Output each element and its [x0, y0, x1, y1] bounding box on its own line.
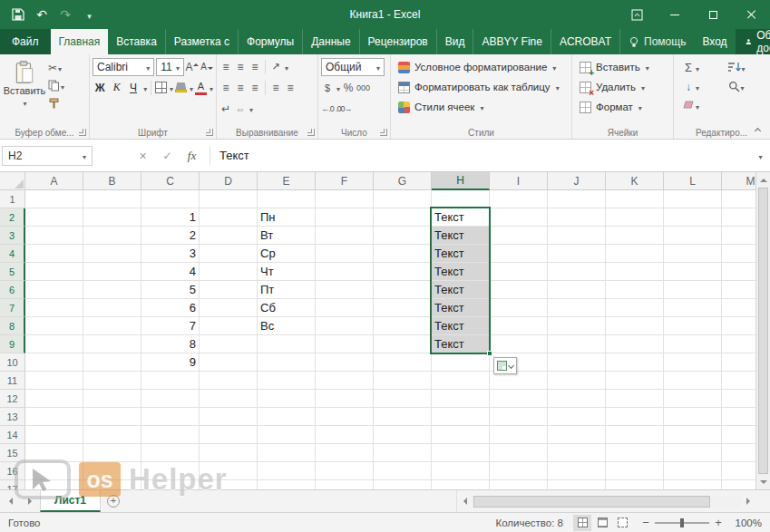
cell-A13[interactable] — [25, 408, 83, 426]
cell-A8[interactable] — [25, 317, 83, 335]
cell-E4[interactable]: Ср — [258, 245, 316, 263]
row-header-2[interactable]: 2 — [0, 208, 25, 227]
cell-I4[interactable] — [490, 245, 548, 263]
cell-E11[interactable] — [258, 372, 316, 390]
cell-H5[interactable]: Текст — [432, 263, 490, 281]
scroll-left-button[interactable] — [457, 490, 472, 512]
font-dialog-launcher[interactable] — [206, 129, 213, 136]
cell-H7[interactable]: Текст — [432, 299, 490, 317]
cell-E6[interactable]: Пт — [258, 281, 316, 299]
cell-J7[interactable] — [548, 299, 606, 317]
cell-F10[interactable] — [316, 353, 374, 372]
cell-E16[interactable] — [258, 462, 316, 480]
cell-F1[interactable] — [316, 190, 374, 208]
row-header-9[interactable]: 9 — [0, 335, 25, 353]
cell-C16[interactable] — [141, 462, 200, 480]
cell-I9[interactable] — [490, 335, 548, 353]
italic-button[interactable]: К — [109, 79, 123, 96]
cell-D1[interactable] — [200, 190, 258, 208]
cell-L5[interactable] — [664, 263, 722, 281]
cell-E3[interactable]: Вт — [258, 227, 316, 245]
maximize-button[interactable] — [694, 0, 732, 29]
number-dialog-launcher[interactable] — [380, 129, 387, 136]
cell-D12[interactable] — [200, 390, 258, 408]
row-header-11[interactable]: 11 — [0, 372, 25, 390]
cell-B13[interactable] — [83, 408, 141, 426]
cell-F17[interactable] — [316, 480, 374, 489]
paste-button[interactable]: Вставить — [3, 57, 46, 121]
cell-I12[interactable] — [490, 390, 548, 408]
cell-C7[interactable]: 6 — [141, 299, 200, 317]
cell-A1[interactable] — [25, 190, 83, 208]
cell-C6[interactable]: 5 — [141, 281, 200, 299]
increase-indent-button[interactable] — [284, 82, 297, 94]
align-left-button[interactable] — [219, 82, 232, 94]
cell-F12[interactable] — [316, 390, 374, 408]
cell-B12[interactable] — [83, 390, 141, 408]
cell-G7[interactable] — [374, 299, 432, 317]
align-top-button[interactable] — [219, 61, 232, 73]
row-header-5[interactable]: 5 — [0, 263, 25, 281]
cell-K7[interactable] — [606, 299, 664, 317]
cell-D7[interactable] — [200, 299, 258, 317]
cell-H12[interactable] — [432, 390, 490, 408]
cell-H3[interactable]: Текст — [432, 227, 490, 245]
cell-D8[interactable] — [200, 317, 258, 335]
cell-B4[interactable] — [83, 245, 141, 263]
cell-F11[interactable] — [316, 372, 374, 390]
name-box[interactable]: H2 — [2, 146, 93, 166]
cell-J16[interactable] — [548, 462, 606, 480]
cell-F2[interactable] — [316, 208, 374, 227]
cell-J9[interactable] — [548, 335, 606, 353]
column-header-D[interactable]: D — [200, 172, 258, 190]
underline-dropdown-icon[interactable] — [142, 82, 147, 94]
cell-F16[interactable] — [316, 462, 374, 480]
cell-A2[interactable] — [25, 208, 83, 227]
ribbon-display-options-button[interactable] — [618, 0, 656, 29]
row-header-17[interactable]: 17 — [0, 480, 25, 489]
cell-L15[interactable] — [664, 444, 722, 462]
cell-G9[interactable] — [374, 335, 432, 353]
vertical-scrollbar[interactable] — [755, 172, 770, 489]
cell-E5[interactable]: Чт — [258, 263, 316, 281]
sign-in-button[interactable]: Вход — [694, 29, 735, 54]
cell-H11[interactable] — [432, 372, 490, 390]
cell-A17[interactable] — [25, 480, 83, 489]
horizontal-scroll-thumb[interactable] — [473, 496, 710, 508]
row-header-4[interactable]: 4 — [0, 245, 25, 263]
cell-G2[interactable] — [374, 208, 432, 227]
borders-dropdown-icon[interactable] — [169, 82, 173, 94]
insert-cells-button[interactable]: Вставить — [575, 57, 670, 77]
cell-K14[interactable] — [606, 426, 664, 444]
scroll-up-button[interactable] — [756, 172, 770, 187]
fill-button[interactable] — [680, 78, 719, 95]
cell-K8[interactable] — [606, 317, 664, 335]
cell-A7[interactable] — [25, 299, 83, 317]
cell-G17[interactable] — [374, 480, 432, 489]
cell-I5[interactable] — [490, 263, 548, 281]
tell-me-box[interactable]: Помощь — [620, 29, 694, 54]
page-break-view-button[interactable] — [613, 515, 631, 531]
conditional-formatting-button[interactable]: Условное форматирование — [394, 57, 569, 77]
cell-J6[interactable] — [548, 281, 606, 299]
font-color-dropdown-icon[interactable] — [209, 82, 213, 94]
cell-G5[interactable] — [374, 263, 432, 281]
cell-B14[interactable] — [83, 426, 141, 444]
cell-L17[interactable] — [664, 480, 722, 489]
page-layout-view-button[interactable] — [593, 515, 611, 531]
cell-L4[interactable] — [664, 245, 722, 263]
cell-D11[interactable] — [200, 372, 258, 390]
cell-J1[interactable] — [548, 190, 606, 208]
cell-L13[interactable] — [664, 408, 722, 426]
ribbon-tab-0[interactable]: Главная — [51, 29, 109, 54]
sort-filter-button[interactable] — [726, 59, 765, 76]
cell-K17[interactable] — [606, 480, 664, 489]
cancel-button[interactable] — [131, 146, 155, 166]
cell-H9[interactable]: Текст — [432, 335, 490, 353]
cell-I14[interactable] — [490, 426, 548, 444]
redo-button[interactable]: ↷ — [54, 4, 76, 25]
cell-K10[interactable] — [606, 353, 664, 372]
cell-C12[interactable] — [141, 390, 200, 408]
cell-H8[interactable]: Текст — [432, 317, 490, 335]
row-header-16[interactable]: 16 — [0, 462, 25, 480]
